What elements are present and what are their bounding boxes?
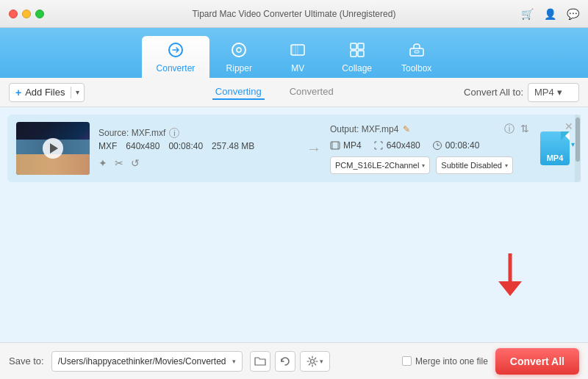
content-area: Source: MXF.mxf i MXF 640x480 00:08:40 2…: [0, 107, 588, 342]
add-files-button[interactable]: + Add Files ▾: [9, 83, 85, 102]
ripper-icon: [231, 42, 247, 60]
title-bar-actions: 🛒 👤 💬: [521, 8, 579, 20]
audio-dropdown-arrow: ▾: [422, 162, 425, 169]
file-item: Source: MXF.mxf i MXF 640x480 00:08:40 2…: [7, 115, 581, 182]
file-resolution: 640x480: [126, 141, 159, 151]
settings-button[interactable]: ▾: [300, 351, 330, 372]
clock-icon: [432, 140, 442, 151]
tab-converted[interactable]: Converted: [287, 84, 337, 100]
nav-item-collage[interactable]: Collage: [327, 36, 387, 78]
convert-arrow-icon: →: [306, 140, 321, 157]
svg-rect-8: [410, 48, 423, 56]
add-files-label: Add Files: [25, 87, 65, 98]
title-bar: Tipard Mac Video Converter Ultimate (Unr…: [0, 0, 588, 28]
nav-item-mv[interactable]: MV: [268, 36, 327, 78]
output-info-icon[interactable]: ⓘ: [504, 123, 514, 136]
format-dropdown[interactable]: MP4 ▾: [528, 83, 579, 102]
save-path-dropdown-arrow: ▾: [232, 358, 236, 365]
audio-channel-dropdown[interactable]: PCM_S16LE-2Channel ▾: [330, 156, 430, 174]
format-value: MP4: [534, 87, 554, 98]
cut-icon[interactable]: ✂: [115, 157, 123, 169]
output-format-detail: MP4: [330, 140, 362, 151]
converter-label: Converter: [157, 63, 196, 73]
ripper-label: Ripper: [226, 63, 252, 73]
rotate-icon[interactable]: ↺: [131, 157, 140, 169]
toolbar: + Add Files ▾ Converting Converted Conve…: [0, 78, 588, 107]
format-thumb: MP4 ▾: [538, 131, 572, 165]
effects-icon[interactable]: ✦: [98, 157, 107, 169]
nav-item-toolbox[interactable]: Toolbox: [387, 36, 446, 78]
nav-item-converter[interactable]: Converter: [142, 36, 210, 78]
format-badge-button[interactable]: MP4: [540, 131, 570, 165]
svg-rect-6: [351, 51, 356, 57]
output-sort-icon[interactable]: ⇅: [520, 123, 529, 136]
file-duration: 00:08:40: [168, 141, 203, 151]
red-arrow-indicator: [495, 253, 525, 301]
save-path-input[interactable]: /Users/ihappyacethinker/Movies/Converted…: [51, 351, 243, 372]
output-duration: 00:08:40: [445, 140, 480, 151]
merge-text: Merge into one file: [415, 356, 488, 367]
tab-converting[interactable]: Converting: [212, 84, 265, 100]
play-triangle-icon: [50, 143, 58, 154]
svg-rect-5: [358, 43, 364, 49]
output-duration-detail: 00:08:40: [432, 140, 480, 151]
file-close-button[interactable]: ✕: [564, 120, 573, 132]
subtitle-dropdown[interactable]: Subtitle Disabled ▾: [436, 156, 513, 174]
toolbox-label: Toolbox: [401, 63, 431, 73]
add-files-dropdown-arrow[interactable]: ▾: [71, 88, 84, 96]
output-header: Output: MXF.mp4 ✎ ⓘ ⇅: [330, 123, 529, 136]
svg-point-16: [310, 359, 314, 363]
nav-item-ripper[interactable]: Ripper: [209, 36, 268, 78]
subtitle-value: Subtitle Disabled: [441, 161, 502, 170]
merge-checkbox[interactable]: [402, 356, 412, 366]
file-thumbnail[interactable]: [16, 122, 90, 175]
svg-rect-4: [351, 43, 356, 49]
refresh-button[interactable]: [275, 351, 295, 372]
file-size: 257.48 MB: [212, 141, 254, 151]
resolution-icon: [373, 140, 384, 151]
output-label: Output: MXF.mp4: [330, 124, 398, 134]
file-meta: MXF 640x480 00:08:40 257.48 MB: [98, 141, 298, 151]
user-icon[interactable]: 👤: [544, 8, 556, 20]
mv-label: MV: [291, 63, 304, 73]
scrollbar[interactable]: [575, 115, 581, 182]
output-section: Output: MXF.mp4 ✎ ⓘ ⇅ MP4: [330, 123, 529, 174]
collage-label: Collage: [342, 63, 372, 73]
output-format: MP4: [343, 140, 362, 151]
convert-all-button[interactable]: Convert All: [495, 348, 579, 375]
toolbox-icon: [409, 42, 425, 60]
toolbar-tabs: Converting Converted: [90, 84, 458, 100]
folder-button[interactable]: [250, 351, 270, 372]
output-resolution-detail: 640x480: [373, 140, 420, 151]
audio-channel-value: PCM_S16LE-2Channel: [335, 161, 419, 170]
subtitle-dropdown-arrow: ▾: [505, 162, 508, 169]
save-path-text: /Users/ihappyacethinker/Movies/Converted: [58, 356, 229, 367]
output-edit-icon[interactable]: ✎: [403, 124, 410, 134]
chat-icon[interactable]: 💬: [567, 8, 579, 20]
nav-bar: Converter Ripper MV: [0, 28, 588, 78]
plus-icon: +: [15, 87, 21, 98]
converter-icon: [168, 42, 184, 60]
source-info-icon[interactable]: i: [169, 128, 179, 138]
output-header-icons: ⓘ ⇅: [504, 123, 529, 136]
bottom-bar: Save to: /Users/ihappyacethinker/Movies/…: [0, 342, 588, 379]
nav-items: Converter Ripper MV: [142, 36, 447, 78]
cart-icon[interactable]: 🛒: [521, 8, 534, 20]
add-files-main[interactable]: + Add Files: [10, 87, 71, 98]
maximize-traffic-light[interactable]: [35, 10, 44, 18]
svg-rect-7: [358, 51, 364, 57]
file-actions: ✦ ✂ ↺: [98, 157, 298, 169]
close-traffic-light[interactable]: [9, 10, 18, 18]
convert-all-to: Convert All to: MP4 ▾: [464, 83, 579, 102]
bottom-action-icons: ▾: [250, 351, 330, 372]
output-details: MP4 640x480 00:08:40: [330, 140, 529, 151]
collage-icon: [349, 42, 365, 60]
output-resolution: 640x480: [387, 140, 420, 151]
play-button[interactable]: [43, 138, 63, 159]
minimize-traffic-light[interactable]: [22, 10, 31, 18]
format-dropdown-arrow: ▾: [557, 87, 562, 98]
settings-dropdown-arrow: ▾: [320, 358, 323, 365]
file-source: Source: MXF.mxf i: [98, 128, 298, 138]
output-dropdowns: PCM_S16LE-2Channel ▾ Subtitle Disabled ▾: [330, 156, 529, 174]
source-label: Source: MXF.mxf: [98, 128, 165, 138]
